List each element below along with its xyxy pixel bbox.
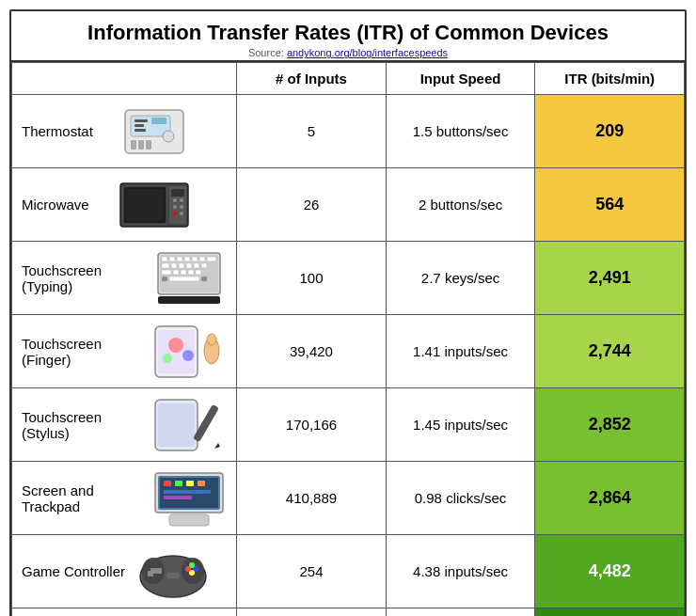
itr-cell: 209 (535, 95, 685, 168)
svg-rect-35 (194, 263, 199, 268)
device-cell-1: Microwave (12, 168, 237, 242)
svg-rect-9 (146, 140, 151, 150)
device-cell-5: Screen and Trackpad (12, 462, 237, 535)
source-line: Source: andykong.org/blog/interfacespeed… (19, 47, 677, 58)
device-cell-4: Touchscreen (Stylus) (12, 388, 237, 462)
inputs-cell: 4,459 (237, 608, 386, 616)
device-icon (149, 247, 229, 308)
svg-rect-41 (196, 270, 201, 275)
table-header: Information Transfer Rates (ITR) of Comm… (11, 11, 685, 62)
device-name: Touchscreen (Finger) (22, 336, 141, 368)
source-link[interactable]: andykong.org/blog/interfacespeeds (287, 47, 448, 58)
table-row: Thermostat 51.5 buttons/sec209 (12, 95, 685, 168)
svg-rect-3 (134, 124, 144, 127)
svg-rect-65 (164, 496, 192, 499)
svg-rect-54 (158, 403, 195, 447)
svg-rect-60 (164, 481, 171, 486)
table-title: Information Transfer Rates (ITR) of Comm… (19, 21, 677, 45)
svg-point-52 (207, 334, 216, 345)
table-row: Touchscreen (Stylus) 170,1661.45 inputs/… (12, 388, 685, 462)
data-table: # of Inputs Input Speed ITR (bits/min) T… (11, 62, 685, 616)
device-icon (149, 467, 229, 529)
svg-point-17 (180, 198, 183, 202)
svg-point-50 (163, 354, 172, 363)
speed-cell: 2.7 keys/sec (386, 242, 535, 315)
speed-cell: 0.98 clicks/sec (386, 462, 535, 535)
svg-rect-30 (207, 257, 216, 261)
svg-rect-36 (201, 263, 207, 268)
svg-rect-25 (169, 257, 175, 261)
table-row: Microwave 262 buttons/sec564 (12, 168, 685, 242)
table-row: Game Controller 2544.38 inputs/sec4,482 (12, 535, 685, 608)
device-name: Thermostat (22, 123, 106, 139)
speed-cell: 2 buttons/sec (386, 168, 535, 242)
device-cell-2: Touchscreen (Typing) (12, 242, 237, 315)
speed-cell: 1.41 inputs/sec (386, 315, 535, 388)
svg-rect-15 (171, 189, 184, 197)
device-name: Screen and Trackpad (22, 482, 141, 514)
device-icon (149, 321, 229, 382)
col-device (12, 63, 237, 95)
table-row: Screen and Trackpad 410,8890.98 clicks/s… (12, 462, 685, 535)
svg-point-76 (189, 570, 195, 576)
itr-cell: 2,852 (535, 388, 685, 462)
svg-rect-66 (169, 514, 209, 526)
svg-rect-61 (175, 481, 182, 486)
source-label: Source: (248, 47, 284, 58)
main-table-wrapper: Information Transfer Rates (ITR) of Comm… (9, 9, 687, 616)
device-name: Microwave (22, 197, 106, 213)
svg-marker-56 (214, 443, 220, 449)
svg-rect-26 (177, 257, 182, 261)
device-cell-6: Game Controller (12, 535, 237, 608)
svg-rect-39 (181, 270, 186, 275)
svg-rect-29 (199, 257, 205, 261)
svg-point-19 (180, 205, 183, 209)
inputs-cell: 100 (237, 242, 386, 315)
device-name: Game Controller (22, 563, 125, 579)
svg-point-18 (173, 205, 177, 209)
svg-rect-63 (198, 481, 205, 486)
itr-cell: 564 (535, 168, 685, 242)
speed-cell: 1.5 buttons/sec (386, 95, 535, 168)
svg-rect-64 (164, 490, 211, 494)
table-row: Keyboard (12, 608, 685, 616)
svg-point-20 (173, 212, 177, 215)
device-icon (114, 174, 194, 235)
svg-rect-45 (158, 296, 220, 304)
svg-rect-42 (162, 276, 167, 281)
svg-rect-8 (138, 140, 144, 150)
svg-rect-27 (184, 257, 190, 261)
table-row: Touchscreen (Finger) 39,4201.41 inputs/s… (12, 315, 685, 388)
col-itr: ITR (bits/min) (535, 63, 685, 95)
device-cell-7: Keyboard (12, 608, 237, 616)
svg-rect-71 (148, 571, 153, 577)
itr-cell: 2,864 (535, 462, 685, 535)
svg-rect-72 (156, 568, 162, 574)
col-speed: Input Speed (386, 63, 535, 95)
device-icon (149, 394, 229, 455)
svg-rect-32 (171, 263, 177, 268)
itr-cell: 2,491 (535, 242, 685, 315)
device-icon (133, 541, 213, 602)
itr-cell: 4,482 (535, 535, 685, 608)
device-name: Touchscreen (Stylus) (22, 409, 141, 441)
itr-cell: 5,125 (535, 608, 685, 616)
svg-point-21 (180, 212, 183, 215)
inputs-cell: 39,420 (237, 315, 386, 388)
inputs-cell: 170,166 (237, 388, 386, 462)
speed-cell: 4.38 inputs/sec (386, 535, 535, 608)
device-name: Touchscreen (Typing) (22, 262, 141, 294)
svg-point-48 (168, 338, 183, 353)
svg-rect-4 (134, 129, 146, 132)
svg-rect-33 (179, 263, 184, 268)
svg-rect-44 (201, 276, 207, 281)
svg-rect-5 (151, 118, 166, 124)
svg-rect-34 (186, 263, 192, 268)
column-header-row: # of Inputs Input Speed ITR (bits/min) (12, 63, 685, 95)
svg-point-75 (189, 562, 195, 568)
device-cell-3: Touchscreen (Finger) (12, 315, 237, 388)
svg-rect-77 (166, 573, 180, 578)
svg-rect-43 (169, 276, 199, 281)
svg-rect-7 (131, 140, 136, 150)
svg-rect-38 (173, 270, 179, 275)
